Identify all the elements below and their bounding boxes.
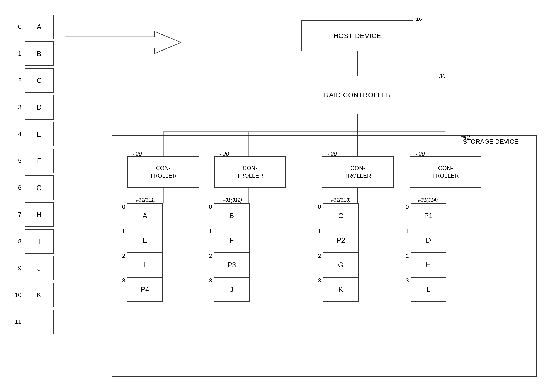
disk-row-4-1: 1 D [402,228,446,253]
row-index-4: 4 [13,130,25,138]
row-index-3: 3 [13,104,25,111]
disk-row-4-0: 0 P1 [402,203,446,228]
disk-idx-3-0: 0 [314,203,321,228]
row-index-11: 11 [13,318,25,325]
left-cell-11: L [25,310,54,334]
disk-cell-2-2: P3 [214,253,250,277]
raid-controller-box: RAID CONTROLLER [277,76,438,114]
disk-row-3-2: 2 G [314,253,359,277]
disk-cell-4-3: L [410,277,446,302]
disk-row-2-1: 1 F [205,228,250,253]
disk-cell-4-1: D [410,228,446,253]
ref-ctrl4: 20 [419,151,425,157]
disk-idx-2-2: 2 [205,253,212,277]
controller-box-1: CON-TROLLER [127,156,199,188]
left-row-9: 9 J [13,255,54,282]
left-cell-3: D [25,95,54,120]
controller-label-4: CON-TROLLER [432,165,459,180]
disk-cell-1-2: I [127,253,163,277]
diagram: 0 A 1 B 2 C 3 D 4 E [0,0,557,392]
left-cell-2: C [25,68,54,93]
ref-ctrl3: 20 [331,151,337,157]
disk-cell-4-0: P1 [410,203,446,228]
left-row-5: 5 F [13,147,54,174]
disk-cell-1-0: A [127,203,163,228]
left-row-0: 0 A [13,13,54,40]
row-index-8: 8 [13,238,25,245]
left-row-7: 7 H [13,201,54,228]
ref-disk3: 31(313) [334,197,351,203]
disk-row-1-0: 0 A [119,203,163,228]
ref-disk4: 31(314) [421,197,438,203]
disk-idx-1-2: 2 [119,253,125,277]
row-index-0: 0 [13,23,25,30]
disk-idx-2-1: 1 [205,228,212,253]
left-cell-8: I [25,229,54,254]
controller-label-1: CON-TROLLER [150,165,177,180]
disk-array-2: 0 B 1 F 2 P3 3 J [205,203,250,302]
left-cell-9: J [25,256,54,280]
left-cell-1: B [25,41,54,66]
controller-label-3: CON-TROLLER [344,165,371,180]
controller-box-3: CON-TROLLER [322,156,393,188]
disk-row-4-3: 3 L [402,277,446,302]
storage-device-label: STORAGE DEVICE [463,138,518,145]
disk-row-1-2: 2 I [119,253,163,277]
ref-disk2: 31(312) [225,197,242,203]
disk-cell-4-2: H [410,253,446,277]
disk-cell-1-3: P4 [127,277,163,302]
disk-row-2-2: 2 P3 [205,253,250,277]
disk-idx-2-3: 3 [205,277,212,302]
svg-marker-11 [65,31,181,54]
disk-cell-3-2: G [323,253,359,277]
row-index-6: 6 [13,184,25,191]
disk-idx-4-0: 0 [402,203,409,228]
controller-box-2: CON-TROLLER [214,156,286,188]
left-row-3: 3 D [13,94,54,121]
left-row-2: 2 C [13,67,54,94]
row-index-2: 2 [13,77,25,84]
disk-row-2-0: 0 B [205,203,250,228]
disk-row-3-1: 1 P2 [314,228,359,253]
disk-row-3-0: 0 C [314,203,359,228]
disk-cell-1-1: E [127,228,163,253]
left-row-6: 6 G [13,174,54,201]
ref-storage: 40 [463,133,470,140]
host-device-box: HOST DEVICE [301,20,413,51]
left-row-8: 8 I [13,228,54,255]
disk-idx-4-3: 3 [402,277,409,302]
controller-label-2: CON-TROLLER [237,165,263,180]
disk-row-1-1: 1 E [119,228,163,253]
row-index-5: 5 [13,157,25,165]
left-cell-4: E [25,122,54,146]
disk-row-2-3: 3 J [205,277,250,302]
left-cell-0: A [25,15,54,39]
disk-cell-2-3: J [214,277,250,302]
host-device-label: HOST DEVICE [333,32,381,40]
disk-array-4: 0 P1 1 D 2 H 3 L [402,203,446,302]
disk-cell-2-0: B [214,203,250,228]
ref-disk1: 31(311) [139,197,156,203]
disk-cell-2-1: F [214,228,250,253]
disk-cell-3-0: C [323,203,359,228]
row-index-10: 10 [13,291,25,299]
left-cell-7: H [25,202,54,227]
arrow [65,30,181,56]
left-column: 0 A 1 B 2 C 3 D 4 E [13,13,54,335]
disk-array-1: 0 A 1 E 2 I 3 P4 [119,203,163,302]
disk-idx-1-3: 3 [119,277,125,302]
disk-idx-2-0: 0 [205,203,212,228]
disk-idx-3-2: 2 [314,253,321,277]
disk-idx-4-1: 1 [402,228,409,253]
disk-idx-1-0: 0 [119,203,125,228]
left-row-10: 10 K [13,282,54,308]
disk-row-3-3: 3 K [314,277,359,302]
disk-idx-3-1: 1 [314,228,321,253]
left-row-1: 1 B [13,40,54,67]
ref-ctrl2: 20 [223,151,229,157]
disk-cell-3-3: K [323,277,359,302]
row-index-7: 7 [13,211,25,218]
disk-array-3: 0 C 1 P2 2 G 3 K [314,203,359,302]
raid-controller-label: RAID CONTROLLER [324,91,391,99]
disk-row-4-2: 2 H [402,253,446,277]
